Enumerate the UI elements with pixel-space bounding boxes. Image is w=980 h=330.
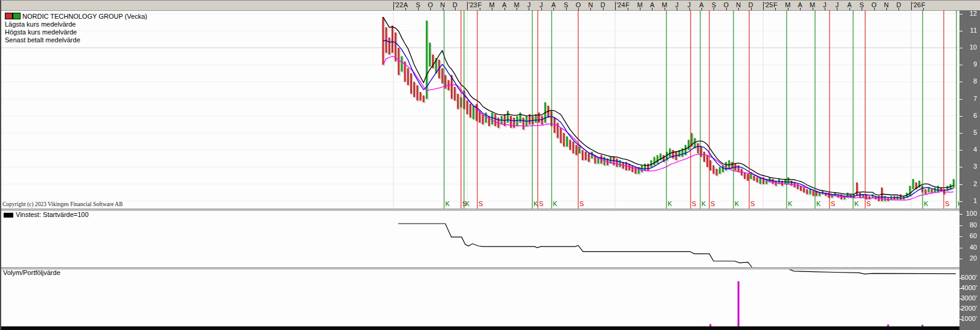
candle [560,128,562,143]
profit-test-line [398,224,956,274]
axis-tick [959,31,962,31]
candle [516,116,518,126]
price-axis-label: 8 [973,77,977,85]
time-label-year: '26 [912,1,921,8]
axis-tick [959,48,962,48]
volume-chart[interactable] [1,279,959,330]
axis-tick [959,133,962,134]
price-axis-label: 9 [973,60,977,68]
candle [507,111,509,123]
candle [712,166,714,174]
panel-divider [1,209,959,211]
candle [688,140,689,150]
time-label-month: N [736,1,741,8]
axis-tick [959,99,962,100]
time-label-month: A [699,1,703,8]
time-tick [393,2,394,10]
candle [706,155,708,167]
buy-signal-letter: K [668,200,672,207]
candle [429,43,431,66]
axis-tick [959,214,962,215]
price-axis-label: 1 [973,197,977,204]
sell-signal-letter: S [579,200,584,207]
time-tick [911,2,912,10]
value-axis[interactable]: 121110987654321100806040205000'4000'3000… [959,10,980,330]
candle [520,112,521,123]
candle [485,112,487,123]
candle [388,37,390,54]
time-label-month: O [576,1,581,8]
sell-signal-letter: S [945,200,949,207]
candle [653,157,655,165]
time-label-month: F [477,1,482,8]
time-tick [467,2,468,10]
candle [912,179,914,189]
candle [616,158,618,167]
candle [563,133,565,147]
sell-signal-letter: S [711,200,715,207]
candle [588,154,590,162]
candle [407,68,409,85]
time-label-month: M [489,1,495,8]
buy-signal-letter: K [735,200,740,207]
candle-down-swatch-icon [5,13,13,19]
sell-signal-letter: S [692,200,696,207]
candle [457,94,459,109]
time-label-month: D [749,1,753,8]
buy-signal-letter: K [465,200,470,207]
time-label-month: J [527,1,531,8]
candle [392,25,393,53]
candle [585,152,587,160]
candle [803,187,805,192]
profit-line-swatch-icon [4,213,13,218]
buy-signal-letter: K [553,200,558,207]
axis-tick [959,14,962,15]
price-axis-label: 6 [973,112,977,119]
profit-axis-label: 20 [970,254,977,262]
candle [579,147,581,154]
time-axis[interactable]: '22ASOND'23FMAMJJASOND'24FMAMJJASOND'25F… [1,1,980,11]
candle [657,155,659,164]
axis-tick [959,236,962,237]
axis-tick [959,82,962,82]
candle [631,166,633,172]
buy-signal-letter: K [788,200,793,207]
buy-signal-letter: K [701,200,706,207]
chart-window: '22ASOND'23FMAMJJASOND'24FMAMJJASOND'25F… [0,0,980,330]
sell-signal-letter: S [539,200,543,207]
main-legend: NORDIC TECHNOLOGY GROUP (Vecka) Lägsta k… [5,13,147,44]
candle [806,189,808,194]
price-axis-label: 7 [973,95,977,102]
buy-signal-letter: K [924,200,929,207]
price-axis-label: 12 [970,10,977,17]
volume-axis-label: 1000' [961,315,977,322]
ma-line-low [383,56,953,200]
candle [510,116,512,128]
legend-item-low-ma: Lägsta kurs medelvärde [5,21,147,28]
time-label-month: O [871,1,877,8]
legend-item-last-ma: Senast betalt medelvärde [5,36,147,44]
legend-item-high-ma: Högsta kurs medelvärde [5,28,147,36]
candle [491,112,493,125]
candle [575,145,577,155]
candle [928,187,930,192]
candle [482,114,484,125]
time-label-month: A [552,1,556,8]
time-label-month: M [637,1,642,8]
candle [469,104,471,118]
time-label-month: A [798,1,802,8]
candle [843,196,845,199]
volume-axis-label: 4000' [961,284,977,291]
price-axis-label: 11 [970,27,977,34]
candle-up-swatch-icon [13,13,21,19]
candle [909,186,911,196]
candle [934,187,936,192]
candle [472,106,474,120]
candle [669,148,671,157]
bottom-border [1,326,959,330]
candle [725,162,727,170]
sell-signal-letter: S [831,200,835,207]
candle [442,68,443,83]
time-label-year: '23 [468,1,477,8]
time-label-month: J [675,1,679,8]
